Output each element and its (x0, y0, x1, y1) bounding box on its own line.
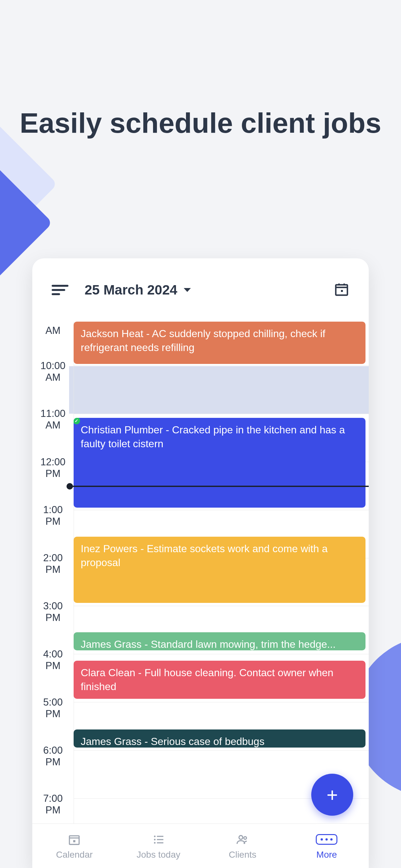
event-christian[interactable]: Christian Plumber - Cracked pipe in the … (73, 418, 366, 507)
event-text: James Grass - Standard lawn mowing, trim… (81, 639, 336, 650)
time-label: 3:00 PM (32, 600, 73, 623)
event-inez[interactable]: Inez Powers - Estimate sockets work and … (73, 537, 366, 603)
calendar-icon[interactable] (334, 282, 349, 299)
nav-label: Clients (228, 849, 256, 860)
svg-rect-5 (69, 836, 79, 844)
nav-label: Jobs today (136, 849, 180, 860)
clients-icon (235, 832, 250, 847)
svg-point-10 (154, 839, 156, 840)
svg-point-15 (244, 836, 246, 839)
more-icon (316, 832, 337, 847)
nav-label: Calendar (56, 849, 93, 860)
phone-frame: 25 March 2024 AM10:00 AM11:00 AM12:00 PM… (32, 258, 369, 868)
time-label: 12:00 PM (32, 456, 73, 479)
svg-rect-13 (157, 842, 163, 843)
calendar-icon (68, 832, 81, 847)
event-james-bedbugs[interactable]: James Grass - Serious case of bedbugs (73, 730, 366, 748)
svg-point-12 (154, 842, 156, 843)
date-selector[interactable]: 25 March 2024 (85, 282, 191, 298)
event-text: Inez Powers - Estimate sockets work and … (81, 543, 328, 568)
date-text: 25 March 2024 (85, 282, 177, 298)
svg-rect-9 (157, 836, 163, 837)
nav-calendar[interactable]: Calendar (32, 824, 117, 868)
event-james-lawn[interactable]: James Grass - Standard lawn mowing, trim… (73, 632, 366, 650)
bottom-nav: CalendarJobs todayClientsMore (32, 824, 369, 868)
nav-clients[interactable]: Clients (201, 824, 285, 868)
time-label: AM (32, 325, 73, 337)
add-button[interactable]: + (311, 774, 353, 816)
event-jackson[interactable]: Jackson Heat - AC suddenly stopped chill… (73, 321, 366, 364)
check-icon (73, 418, 80, 424)
svg-rect-11 (157, 839, 163, 840)
time-label: 1:00 PM (32, 504, 73, 527)
svg-rect-4 (341, 290, 343, 292)
time-label: 10:00 AM (32, 360, 73, 383)
nav-more[interactable]: More (285, 824, 369, 868)
svg-point-8 (154, 835, 156, 837)
time-label: 6:00 PM (32, 745, 73, 768)
svg-point-14 (239, 835, 243, 839)
svg-rect-7 (73, 840, 75, 842)
calendar-body: AM10:00 AM11:00 AM12:00 PM1:00 PM2:00 PM… (32, 321, 369, 824)
nav-label: More (316, 849, 337, 860)
event-text: Jackson Heat - AC suddenly stopped chill… (81, 328, 326, 353)
page-headline: Easily schedule client jobs (0, 106, 401, 139)
event-text: Clara Clean - Full house cleaning. Conta… (81, 667, 334, 692)
nav-jobs-today[interactable]: Jobs today (117, 824, 201, 868)
time-column: AM10:00 AM11:00 AM12:00 PM1:00 PM2:00 PM… (32, 321, 73, 824)
time-label: 11:00 AM (32, 408, 73, 431)
app-header: 25 March 2024 (32, 258, 369, 321)
event-clara[interactable]: Clara Clean - Full house cleaning. Conta… (73, 661, 366, 699)
time-label: 5:00 PM (32, 696, 73, 719)
event-text: Christian Plumber - Cracked pipe in the … (81, 424, 345, 450)
now-indicator (70, 486, 369, 487)
chevron-down-icon (184, 288, 191, 292)
jobs-today-icon (151, 832, 166, 847)
time-label: 7:00 PM (32, 793, 73, 816)
menu-icon[interactable] (52, 285, 68, 295)
time-label: 2:00 PM (32, 552, 73, 575)
event-text: James Grass - Serious case of bedbugs (81, 736, 265, 747)
time-label: 4:00 PM (32, 648, 73, 671)
